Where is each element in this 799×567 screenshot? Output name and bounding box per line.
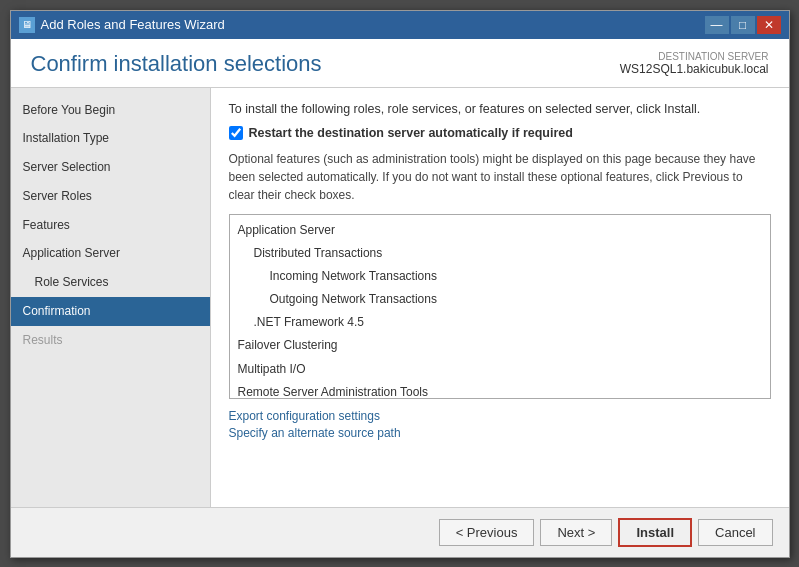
next-button[interactable]: Next > xyxy=(540,519,612,546)
maximize-button[interactable]: □ xyxy=(731,16,755,34)
restart-checkbox[interactable] xyxy=(229,126,243,140)
feature-item: Failover Clustering xyxy=(230,334,770,357)
header-band: Confirm installation selections DESTINAT… xyxy=(11,39,789,88)
feature-item: .NET Framework 4.5 xyxy=(230,311,770,334)
sidebar-item-features[interactable]: Features xyxy=(11,211,210,240)
title-bar-left: 🖥 Add Roles and Features Wizard xyxy=(19,17,225,33)
optional-text: Optional features (such as administratio… xyxy=(229,150,771,204)
feature-item: Application Server xyxy=(230,219,770,242)
close-button[interactable]: ✕ xyxy=(757,16,781,34)
sidebar-item-server-roles[interactable]: Server Roles xyxy=(11,182,210,211)
sidebar-item-role-services[interactable]: Role Services xyxy=(11,268,210,297)
sidebar-item-confirmation[interactable]: Confirmation xyxy=(11,297,210,326)
feature-item: Incoming Network Transactions xyxy=(230,265,770,288)
feature-item: Outgoing Network Transactions xyxy=(230,288,770,311)
restart-checkbox-row: Restart the destination server automatic… xyxy=(229,126,771,140)
sidebar-item-installation-type[interactable]: Installation Type xyxy=(11,124,210,153)
install-button[interactable]: Install xyxy=(618,518,692,547)
destination-label: DESTINATION SERVER xyxy=(620,51,769,62)
footer: < Previous Next > Install Cancel xyxy=(11,507,789,557)
previous-button[interactable]: < Previous xyxy=(439,519,535,546)
page-title: Confirm installation selections xyxy=(31,51,322,77)
main-panel: To install the following roles, role ser… xyxy=(211,88,789,507)
links-area: Export configuration settings Specify an… xyxy=(229,409,771,440)
feature-list[interactable]: Application ServerDistributed Transactio… xyxy=(229,214,771,399)
app-icon: 🖥 xyxy=(19,17,35,33)
sidebar-item-server-selection[interactable]: Server Selection xyxy=(11,153,210,182)
minimize-button[interactable]: — xyxy=(705,16,729,34)
window-title: Add Roles and Features Wizard xyxy=(41,17,225,32)
export-config-link[interactable]: Export configuration settings xyxy=(229,409,771,423)
feature-item: Distributed Transactions xyxy=(230,242,770,265)
alternate-source-link[interactable]: Specify an alternate source path xyxy=(229,426,771,440)
feature-item: Remote Server Administration Tools xyxy=(230,381,770,399)
sidebar-item-before-you-begin[interactable]: Before You Begin xyxy=(11,96,210,125)
wizard-window: 🖥 Add Roles and Features Wizard — □ ✕ Co… xyxy=(10,10,790,558)
feature-item: Multipath I/O xyxy=(230,358,770,381)
title-controls: — □ ✕ xyxy=(705,16,781,34)
intro-text: To install the following roles, role ser… xyxy=(229,102,771,116)
cancel-button[interactable]: Cancel xyxy=(698,519,772,546)
destination-server-info: DESTINATION SERVER WS12SQL1.bakicubuk.lo… xyxy=(620,51,769,76)
destination-name: WS12SQL1.bakicubuk.local xyxy=(620,62,769,76)
title-bar: 🖥 Add Roles and Features Wizard — □ ✕ xyxy=(11,11,789,39)
restart-label: Restart the destination server automatic… xyxy=(249,126,573,140)
sidebar-item-application-server[interactable]: Application Server xyxy=(11,239,210,268)
content-area: Before You Begin Installation Type Serve… xyxy=(11,88,789,507)
sidebar: Before You Begin Installation Type Serve… xyxy=(11,88,211,507)
sidebar-item-results[interactable]: Results xyxy=(11,326,210,355)
